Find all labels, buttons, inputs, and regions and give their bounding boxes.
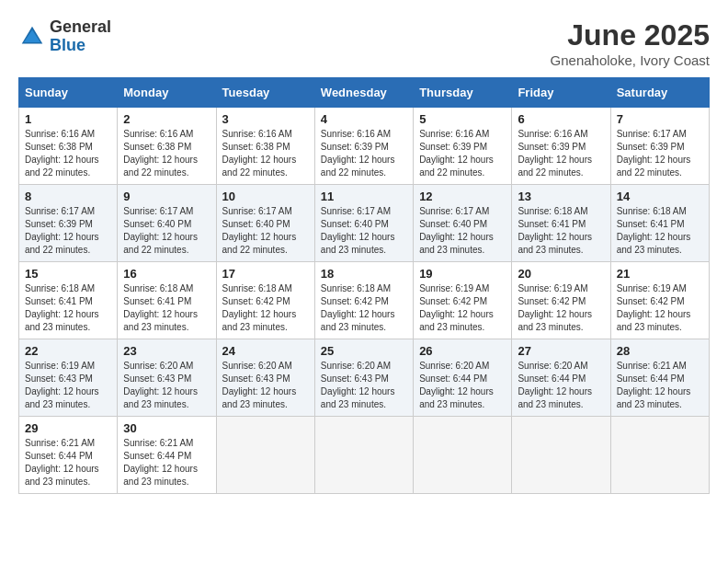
table-row: 27 Sunrise: 6:20 AM Sunset: 6:44 PM Dayl… xyxy=(512,339,610,417)
table-row xyxy=(512,417,610,494)
day-info: Sunrise: 6:20 AM Sunset: 6:43 PM Dayligh… xyxy=(123,360,210,411)
table-row xyxy=(216,417,314,494)
day-number: 1 xyxy=(25,112,111,126)
day-number: 30 xyxy=(123,421,210,435)
table-row: 13 Sunrise: 6:18 AM Sunset: 6:41 PM Dayl… xyxy=(512,185,610,262)
day-info: Sunrise: 6:19 AM Sunset: 6:42 PM Dayligh… xyxy=(419,282,506,334)
day-number: 19 xyxy=(419,267,506,281)
day-info: Sunrise: 6:18 AM Sunset: 6:42 PM Dayligh… xyxy=(222,282,309,334)
table-row: 21 Sunrise: 6:19 AM Sunset: 6:42 PM Dayl… xyxy=(610,262,709,339)
day-number: 27 xyxy=(518,344,604,358)
day-info: Sunrise: 6:21 AM Sunset: 6:44 PM Dayligh… xyxy=(25,437,111,488)
day-info: Sunrise: 6:17 AM Sunset: 6:40 PM Dayligh… xyxy=(321,205,407,257)
day-info: Sunrise: 6:16 AM Sunset: 6:38 PM Dayligh… xyxy=(123,128,210,179)
table-row: 9 Sunrise: 6:17 AM Sunset: 6:40 PM Dayli… xyxy=(118,185,216,262)
table-row: 18 Sunrise: 6:18 AM Sunset: 6:42 PM Dayl… xyxy=(314,262,413,339)
table-row: 14 Sunrise: 6:18 AM Sunset: 6:41 PM Dayl… xyxy=(610,185,709,262)
calendar-header-row: Sunday Monday Tuesday Wednesday Thursday… xyxy=(19,78,710,108)
day-number: 7 xyxy=(617,112,703,126)
table-row: 17 Sunrise: 6:18 AM Sunset: 6:42 PM Dayl… xyxy=(216,262,314,339)
logo-general: General xyxy=(50,17,111,36)
col-sunday: Sunday xyxy=(19,78,118,108)
day-info: Sunrise: 6:17 AM Sunset: 6:39 PM Dayligh… xyxy=(25,205,111,257)
table-row: 12 Sunrise: 6:17 AM Sunset: 6:40 PM Dayl… xyxy=(414,185,512,262)
calendar-week-row: 15 Sunrise: 6:18 AM Sunset: 6:41 PM Dayl… xyxy=(19,262,710,339)
table-row: 25 Sunrise: 6:20 AM Sunset: 6:43 PM Dayl… xyxy=(314,339,413,417)
day-number: 8 xyxy=(25,190,111,203)
day-info: Sunrise: 6:18 AM Sunset: 6:41 PM Dayligh… xyxy=(617,205,703,257)
col-tuesday: Tuesday xyxy=(216,78,314,108)
table-row: 20 Sunrise: 6:19 AM Sunset: 6:42 PM Dayl… xyxy=(512,262,610,339)
day-info: Sunrise: 6:16 AM Sunset: 6:39 PM Dayligh… xyxy=(419,128,506,179)
day-number: 16 xyxy=(123,267,210,281)
table-row: 10 Sunrise: 6:17 AM Sunset: 6:40 PM Dayl… xyxy=(216,185,314,262)
day-number: 13 xyxy=(518,190,604,203)
table-row: 15 Sunrise: 6:18 AM Sunset: 6:41 PM Dayl… xyxy=(19,262,118,339)
day-info: Sunrise: 6:16 AM Sunset: 6:38 PM Dayligh… xyxy=(25,128,111,179)
day-info: Sunrise: 6:16 AM Sunset: 6:39 PM Dayligh… xyxy=(321,128,407,179)
logo-icon xyxy=(18,23,46,51)
day-info: Sunrise: 6:19 AM Sunset: 6:42 PM Dayligh… xyxy=(617,282,703,334)
day-number: 15 xyxy=(25,267,111,281)
calendar-week-row: 8 Sunrise: 6:17 AM Sunset: 6:39 PM Dayli… xyxy=(19,185,710,262)
logo-blue: Blue xyxy=(50,36,85,54)
table-row: 28 Sunrise: 6:21 AM Sunset: 6:44 PM Dayl… xyxy=(610,339,709,417)
day-info: Sunrise: 6:20 AM Sunset: 6:44 PM Dayligh… xyxy=(419,360,506,411)
calendar-week-row: 22 Sunrise: 6:19 AM Sunset: 6:43 PM Dayl… xyxy=(19,339,710,417)
day-info: Sunrise: 6:17 AM Sunset: 6:40 PM Dayligh… xyxy=(222,205,309,257)
calendar-title: June 2025 xyxy=(551,18,710,52)
day-info: Sunrise: 6:16 AM Sunset: 6:39 PM Dayligh… xyxy=(518,128,604,179)
table-row: 8 Sunrise: 6:17 AM Sunset: 6:39 PM Dayli… xyxy=(19,185,118,262)
day-number: 17 xyxy=(222,267,309,281)
day-number: 2 xyxy=(123,112,210,126)
table-row: 19 Sunrise: 6:19 AM Sunset: 6:42 PM Dayl… xyxy=(414,262,512,339)
day-number: 9 xyxy=(123,190,210,203)
table-row: 22 Sunrise: 6:19 AM Sunset: 6:43 PM Dayl… xyxy=(19,339,118,417)
day-number: 11 xyxy=(321,190,407,203)
day-info: Sunrise: 6:21 AM Sunset: 6:44 PM Dayligh… xyxy=(123,437,210,488)
calendar-subtitle: Gnenaholoke, Ivory Coast xyxy=(551,52,710,68)
col-friday: Friday xyxy=(512,78,610,108)
logo-text: General Blue xyxy=(50,18,111,55)
table-row: 29 Sunrise: 6:21 AM Sunset: 6:44 PM Dayl… xyxy=(19,417,118,494)
day-info: Sunrise: 6:18 AM Sunset: 6:41 PM Dayligh… xyxy=(25,282,111,334)
table-row: 24 Sunrise: 6:20 AM Sunset: 6:43 PM Dayl… xyxy=(216,339,314,417)
day-info: Sunrise: 6:18 AM Sunset: 6:41 PM Dayligh… xyxy=(518,205,604,257)
day-number: 28 xyxy=(617,344,703,358)
day-number: 26 xyxy=(419,344,506,358)
col-wednesday: Wednesday xyxy=(314,78,413,108)
day-number: 29 xyxy=(25,421,111,435)
table-row: 2 Sunrise: 6:16 AM Sunset: 6:38 PM Dayli… xyxy=(118,108,216,185)
day-info: Sunrise: 6:18 AM Sunset: 6:41 PM Dayligh… xyxy=(123,282,210,334)
day-info: Sunrise: 6:19 AM Sunset: 6:43 PM Dayligh… xyxy=(25,360,111,411)
table-row: 11 Sunrise: 6:17 AM Sunset: 6:40 PM Dayl… xyxy=(314,185,413,262)
table-row: 30 Sunrise: 6:21 AM Sunset: 6:44 PM Dayl… xyxy=(118,417,216,494)
table-row: 23 Sunrise: 6:20 AM Sunset: 6:43 PM Dayl… xyxy=(118,339,216,417)
header: General Blue June 2025 Gnenaholoke, Ivor… xyxy=(18,18,710,68)
day-number: 21 xyxy=(617,267,703,281)
table-row xyxy=(610,417,709,494)
day-info: Sunrise: 6:20 AM Sunset: 6:44 PM Dayligh… xyxy=(518,360,604,411)
day-info: Sunrise: 6:17 AM Sunset: 6:39 PM Dayligh… xyxy=(617,128,703,179)
col-saturday: Saturday xyxy=(610,78,709,108)
day-number: 20 xyxy=(518,267,604,281)
table-row: 16 Sunrise: 6:18 AM Sunset: 6:41 PM Dayl… xyxy=(118,262,216,339)
table-row: 1 Sunrise: 6:16 AM Sunset: 6:38 PM Dayli… xyxy=(19,108,118,185)
day-number: 14 xyxy=(617,190,703,203)
table-row xyxy=(314,417,413,494)
table-row xyxy=(414,417,512,494)
day-number: 24 xyxy=(222,344,309,358)
day-info: Sunrise: 6:18 AM Sunset: 6:42 PM Dayligh… xyxy=(321,282,407,334)
table-row: 26 Sunrise: 6:20 AM Sunset: 6:44 PM Dayl… xyxy=(414,339,512,417)
col-thursday: Thursday xyxy=(414,78,512,108)
calendar-week-row: 29 Sunrise: 6:21 AM Sunset: 6:44 PM Dayl… xyxy=(19,417,710,494)
table-row: 5 Sunrise: 6:16 AM Sunset: 6:39 PM Dayli… xyxy=(414,108,512,185)
col-monday: Monday xyxy=(118,78,216,108)
title-area: June 2025 Gnenaholoke, Ivory Coast xyxy=(551,18,710,68)
calendar-table: Sunday Monday Tuesday Wednesday Thursday… xyxy=(18,77,710,494)
day-info: Sunrise: 6:17 AM Sunset: 6:40 PM Dayligh… xyxy=(419,205,506,257)
day-number: 18 xyxy=(321,267,407,281)
day-info: Sunrise: 6:16 AM Sunset: 6:38 PM Dayligh… xyxy=(222,128,309,179)
day-info: Sunrise: 6:17 AM Sunset: 6:40 PM Dayligh… xyxy=(123,205,210,257)
day-info: Sunrise: 6:21 AM Sunset: 6:44 PM Dayligh… xyxy=(617,360,703,411)
